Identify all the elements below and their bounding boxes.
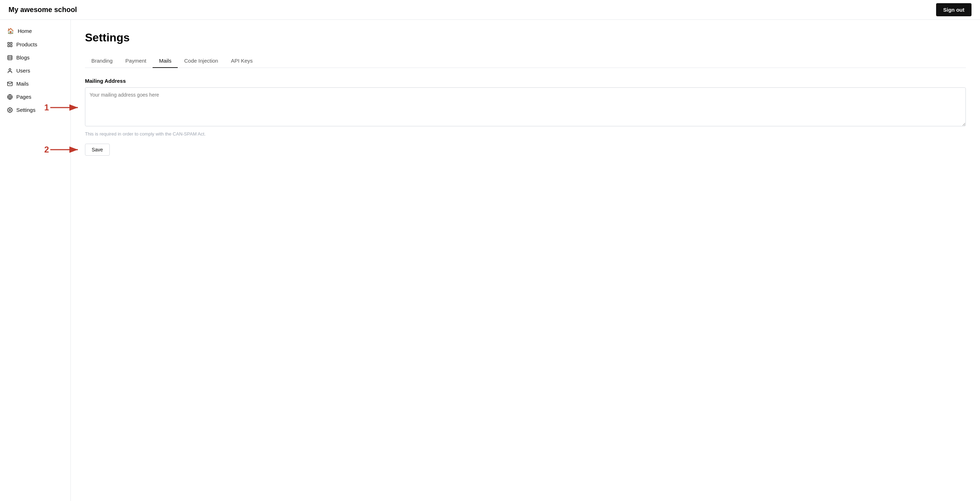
page-title: Settings bbox=[85, 31, 966, 44]
layout: 🏠 Home Products Blogs bbox=[0, 20, 980, 501]
sidebar-label-settings: Settings bbox=[16, 107, 35, 113]
svg-rect-2 bbox=[10, 45, 12, 47]
sidebar-item-blogs[interactable]: Blogs bbox=[0, 51, 70, 64]
settings-icon bbox=[7, 107, 13, 113]
sidebar-label-blogs: Blogs bbox=[16, 54, 30, 60]
sidebar-label-mails: Mails bbox=[16, 81, 29, 87]
mailing-address-textarea[interactable] bbox=[85, 87, 966, 126]
mailing-address-section: 1 Mailing Address bbox=[85, 78, 966, 128]
app-title: My awesome school bbox=[8, 6, 77, 14]
sidebar-item-mails[interactable]: Mails bbox=[0, 77, 70, 90]
save-section: 2 Save bbox=[85, 144, 110, 156]
helper-text: This is required in order to comply with… bbox=[85, 131, 966, 136]
svg-rect-0 bbox=[8, 43, 10, 44]
sidebar-item-pages[interactable]: Pages bbox=[0, 90, 70, 103]
tab-payment[interactable]: Payment bbox=[119, 54, 153, 68]
mails-icon bbox=[7, 81, 13, 87]
svg-point-10 bbox=[9, 109, 11, 111]
svg-rect-1 bbox=[10, 43, 12, 44]
main-content: Settings Branding Payment Mails Code Inj… bbox=[71, 20, 980, 501]
tab-code-injection[interactable]: Code Injection bbox=[178, 54, 224, 68]
svg-rect-3 bbox=[8, 45, 10, 47]
svg-rect-4 bbox=[8, 55, 12, 60]
home-icon: 🏠 bbox=[7, 28, 14, 34]
sidebar: 🏠 Home Products Blogs bbox=[0, 20, 71, 501]
sidebar-item-home[interactable]: 🏠 Home bbox=[0, 24, 70, 38]
sidebar-label-users: Users bbox=[16, 68, 30, 74]
mailing-address-label: Mailing Address bbox=[85, 78, 966, 84]
sidebar-item-settings[interactable]: Settings bbox=[0, 103, 70, 116]
topbar: My awesome school Sign out bbox=[0, 0, 980, 20]
signout-button[interactable]: Sign out bbox=[936, 3, 972, 16]
tabs-bar: Branding Payment Mails Code Injection AP… bbox=[85, 54, 966, 68]
pages-icon bbox=[7, 94, 13, 100]
save-button[interactable]: Save bbox=[85, 144, 110, 156]
sidebar-label-products: Products bbox=[16, 41, 37, 48]
tab-mails[interactable]: Mails bbox=[153, 54, 178, 68]
tab-api-keys[interactable]: API Keys bbox=[224, 54, 259, 68]
sidebar-item-products[interactable]: Products bbox=[0, 38, 70, 51]
sidebar-label-pages: Pages bbox=[16, 94, 32, 100]
users-icon bbox=[7, 68, 13, 74]
sidebar-label-home: Home bbox=[18, 28, 32, 34]
products-icon bbox=[7, 42, 13, 48]
sidebar-item-users[interactable]: Users bbox=[0, 64, 70, 77]
svg-point-7 bbox=[9, 69, 11, 70]
blogs-icon bbox=[7, 55, 13, 60]
tab-branding[interactable]: Branding bbox=[85, 54, 119, 68]
